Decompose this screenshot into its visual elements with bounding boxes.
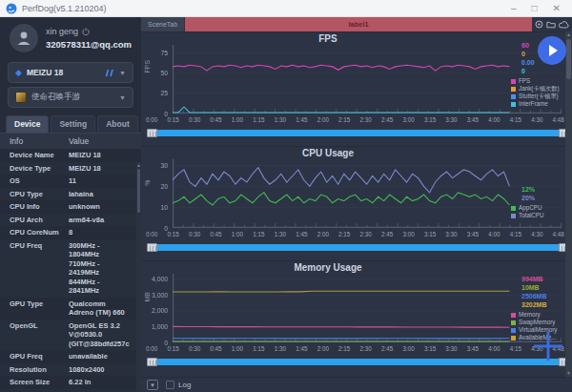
device-select[interactable]: ◆ MEIZU 18 ▼ [8,62,133,83]
plot-area [173,274,562,342]
device-select-label: MEIZU 18 [27,68,100,77]
chart-title: Memory Usage [141,262,515,273]
chart-title: CPU Usage [141,148,515,158]
device-icon: ◆ [15,69,22,77]
x-axis-labels: 0:000:150:300:451:001:151:301:452:002:15… [146,231,564,237]
scrollbar-track[interactable] [157,359,559,365]
avatar [10,24,38,52]
info-table-rows: Device NameMEIZU 18Device TypeMEIZU 18OS… [0,149,141,392]
x-tick-label: 1:00 [232,345,243,352]
log-checkbox[interactable] [166,381,174,389]
x-tick-label: 1:15 [253,345,264,352]
x-tick-label: 4:15 [510,345,521,352]
logout-power-icon[interactable] [82,28,90,35]
legend-item[interactable]: Memory [511,311,572,319]
legend-item[interactable]: TotalCPU [511,212,572,219]
x-tick-label: 1:45 [296,231,307,237]
table-row: Resolution1080x2400 [0,363,141,377]
maximize-button[interactable]: □ [532,4,538,13]
connection-icon[interactable] [105,69,114,77]
app-select[interactable]: 使命召唤手游 ▼ [8,87,133,108]
table-row: CPU Archarm64-v8a [0,214,141,227]
x-axis-labels: 0:000:150:300:451:001:151:301:452:002:15… [146,345,564,352]
scrollbar-track[interactable] [157,130,559,136]
panel-expand-button[interactable]: ▼ [147,380,158,390]
sidebar: xin geng 320578311@qq.com ◆ MEIZU 18 ▼ 使… [0,17,141,392]
table-row: Ram Size10.8 GB [0,389,141,392]
vertical-scrollbar[interactable]: ▲ ▼ [565,31,572,377]
folder-icon[interactable] [546,20,556,29]
x-tick-label: 0:45 [210,116,221,123]
x-tick-label: 4:00 [488,116,500,123]
table-row: CPU CoreNum8 [0,226,141,239]
legend-item[interactable]: FPS [511,77,572,85]
x-tick-label: 0:15 [167,116,178,123]
x-tick-label: 0:15 [167,345,178,352]
time-range-scrollbar[interactable] [147,242,569,252]
x-tick-label: 1:45 [296,116,307,123]
target-icon[interactable] [535,20,543,29]
x-tick-label: 2:45 [381,116,393,123]
legend-item[interactable]: Stutter(卡顿率) [511,93,572,100]
x-tick-label: 2:15 [338,116,350,123]
x-tick-label: 3:45 [467,231,479,237]
user-profile: xin geng 320578311@qq.com [0,17,141,58]
x-tick-label: 3:00 [402,116,414,123]
tab-about[interactable]: About [97,115,138,133]
play-button[interactable] [538,36,566,65]
tab-setting[interactable]: Setting [51,115,95,133]
vertical-scrollbar-thumb[interactable] [566,39,571,79]
x-tick-label: 3:30 [445,345,457,352]
x-tick-label: 2:30 [360,345,372,352]
legend-item[interactable]: SwapMemory [511,319,572,326]
x-tick-label: 0:00 [146,231,157,237]
x-tick-label: 0:45 [210,231,221,237]
time-range-scrollbar[interactable] [147,357,569,366]
current-values: 994MB10MB2506MB3202MB [511,275,572,309]
scene-tab-button[interactable]: SceneTab [141,17,184,31]
chart-legend: FPSJank(卡顿次数)Stutter(卡顿率)InterFrame [511,77,572,108]
table-row: Device TypeMEIZU 18 [0,162,141,175]
legend-item[interactable]: InterFrame [511,100,572,108]
minimize-button[interactable]: – [511,4,517,13]
scrollbar-track[interactable] [157,244,559,251]
legend-item[interactable]: Jank(卡顿次数) [511,85,572,93]
x-tick-label: 2:45 [381,345,393,352]
x-tick-label: 3:30 [445,116,457,123]
x-tick-label: 4:48 [553,116,564,123]
legend-item[interactable]: AppCPU [511,204,572,212]
scrollbar-left-handle[interactable] [147,358,157,366]
table-row: OpenGLOpenGL ES 3.2 V@0530.0 (GIT@38bdfd… [0,320,141,351]
x-tick-label: 3:00 [402,231,414,237]
scroll-down-icon[interactable]: ▼ [565,370,572,377]
x-tick-label: 2:15 [338,345,350,352]
x-tick-label: 4:15 [510,116,521,123]
close-button[interactable]: ✕ [553,4,561,13]
x-tick-label: 3:45 [467,345,479,352]
scrollbar-left-handle[interactable] [147,129,157,137]
chart-area: SceneTab label1 FPS FPS 0255075 [141,17,572,392]
tab-device[interactable]: Device [6,115,49,133]
cloud-icon[interactable] [559,21,569,29]
x-tick-label: 4:00 [488,345,500,352]
x-tick-label: 0:45 [210,345,221,352]
plot-area [173,159,562,228]
chevron-down-icon[interactable]: ▼ [119,94,126,101]
x-tick-label: 1:30 [275,231,286,237]
log-toggle[interactable]: Log [166,381,191,389]
scroll-up-icon[interactable]: ▲ [565,31,572,38]
perfdog-logo-icon [6,3,17,14]
current-values: 12%20% [511,185,572,202]
y-axis-ticks: 0102030 [141,159,171,228]
label1-banner[interactable]: label1 [185,17,532,31]
chevron-down-icon[interactable]: ▼ [119,70,126,76]
x-tick-label: 1:00 [232,231,243,237]
sidebar-tabs: Device Setting About [6,115,135,133]
person-icon [14,29,33,48]
x-axis-labels: 0:000:150:300:451:001:151:301:452:002:15… [146,116,564,123]
crosshair-plus-button[interactable] [532,330,564,362]
time-range-scrollbar[interactable] [147,128,569,137]
scrollbar-left-handle[interactable] [147,243,157,252]
chart-title: FPS [141,33,515,44]
x-tick-label: 0:00 [146,345,157,352]
